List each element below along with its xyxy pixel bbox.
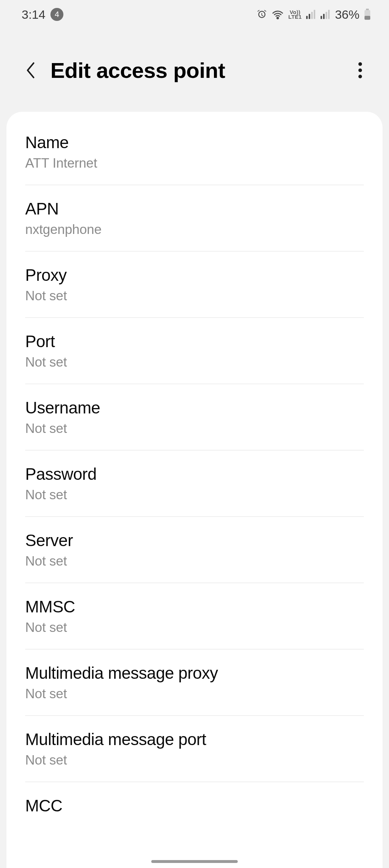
item-label: Port [25, 332, 364, 351]
chevron-left-icon [23, 61, 38, 80]
apn-item-name[interactable]: Name ATT Internet [6, 119, 383, 185]
more-options-button[interactable] [349, 59, 371, 81]
item-value: nxtgenphone [25, 222, 364, 237]
status-bar: 3:14 4 Vo)) LTE1 36% [0, 0, 389, 29]
volte-icon: Vo)) LTE1 [288, 10, 302, 19]
apn-item-proxy[interactable]: Proxy Not set [6, 252, 383, 317]
status-right: Vo)) LTE1 36% [256, 8, 371, 22]
apn-item-password[interactable]: Password Not set [6, 451, 383, 516]
svg-rect-4 [314, 10, 315, 19]
notification-count-badge: 4 [50, 8, 63, 21]
settings-card: Name ATT Internet APN nxtgenphone Proxy … [6, 112, 383, 868]
signal-1-icon [306, 10, 316, 19]
page-title: Edit access point [50, 58, 349, 83]
item-label: Multimedia message port [25, 730, 364, 749]
status-left: 3:14 4 [22, 8, 63, 22]
svg-point-12 [358, 62, 362, 66]
svg-rect-3 [311, 12, 313, 19]
item-label: Server [25, 531, 364, 550]
back-button[interactable] [18, 58, 43, 83]
item-value: Not set [25, 753, 364, 768]
apn-item-mms-proxy[interactable]: Multimedia message proxy Not set [6, 650, 383, 715]
item-value: Not set [25, 620, 364, 635]
apn-item-server[interactable]: Server Not set [6, 517, 383, 583]
svg-rect-8 [328, 10, 330, 19]
svg-point-0 [277, 17, 278, 19]
wifi-icon [272, 9, 284, 20]
item-value: Not set [25, 554, 364, 569]
svg-rect-5 [321, 16, 322, 19]
svg-rect-9 [366, 9, 369, 10]
status-time: 3:14 [22, 8, 45, 22]
item-label: Name [25, 133, 364, 152]
svg-point-13 [358, 68, 362, 72]
item-label: Username [25, 398, 364, 417]
item-value: Not set [25, 686, 364, 701]
item-value: Not set [25, 288, 364, 304]
header: Edit access point [0, 29, 389, 112]
item-label: Proxy [25, 265, 364, 285]
item-label: MMSC [25, 597, 364, 616]
navigation-handle[interactable] [151, 860, 238, 863]
alarm-icon [256, 9, 267, 20]
apn-item-port[interactable]: Port Not set [6, 318, 383, 384]
item-value: Not set [25, 421, 364, 436]
battery-percent: 36% [335, 8, 359, 22]
apn-item-mcc[interactable]: MCC [6, 782, 383, 829]
svg-rect-6 [323, 14, 325, 19]
apn-item-mmsc[interactable]: MMSC Not set [6, 583, 383, 649]
signal-2-icon [321, 10, 331, 19]
item-value: ATT Internet [25, 156, 364, 171]
apn-item-mms-port[interactable]: Multimedia message port Not set [6, 716, 383, 781]
svg-rect-11 [365, 16, 370, 20]
svg-rect-1 [306, 16, 308, 19]
item-label: Multimedia message proxy [25, 663, 364, 683]
item-label: MCC [25, 796, 364, 815]
apn-item-username[interactable]: Username Not set [6, 384, 383, 450]
more-vertical-icon [358, 62, 362, 79]
battery-icon [364, 9, 371, 20]
svg-rect-7 [326, 12, 327, 19]
item-value: Not set [25, 487, 364, 502]
svg-rect-2 [309, 14, 310, 19]
svg-point-14 [358, 75, 362, 78]
item-label: Password [25, 464, 364, 484]
item-value: Not set [25, 355, 364, 370]
item-label: APN [25, 199, 364, 218]
apn-item-apn[interactable]: APN nxtgenphone [6, 185, 383, 251]
